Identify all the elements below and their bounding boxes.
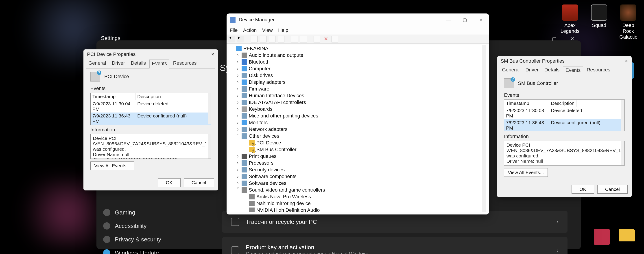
dm-node-sound-video-and-game-controllers[interactable]: ˅Sound, video and game controllers [229,187,486,193]
forward-icon[interactable]: ► [237,36,244,43]
dm-node-keyboards[interactable]: ›Keyboards [229,106,486,113]
dm-node-audio-inputs-and-outputs[interactable]: ›Audio inputs and outputs [229,52,486,59]
toolbar-btn-7[interactable] [314,36,320,43]
sm-event-row[interactable]: 7/9/2023 11:36:43 PMDevice configured (n… [504,119,624,131]
sm-events-scrollbar[interactable] [621,100,624,131]
dm-root[interactable]: ˅PEKARINA [229,45,486,52]
settings-maximize-button[interactable]: ▢ [552,36,557,42]
pci-col-timestamp[interactable]: Timestamp [90,93,136,100]
dm-close-button[interactable]: ✕ [473,14,489,26]
twisty-icon[interactable]: › [236,93,240,99]
pci-info-box[interactable]: Device PCI\VEN_8086&DEV_7A24&SUBSYS_8882… [90,134,211,159]
dm-node-computer[interactable]: ›Computer [229,65,486,72]
dm-menu-file[interactable]: File [230,27,238,33]
twisty-icon[interactable]: ˅ [230,46,234,52]
pci-tab-events[interactable]: Events [150,60,169,69]
pci-tab-driver[interactable]: Driver [110,59,127,68]
twisty-icon[interactable]: › [236,174,240,179]
twisty-icon[interactable]: › [236,59,240,65]
dm-node-nahimic-mirroring-device[interactable]: Nahimic mirroring device [229,200,486,207]
dm-scrollbar[interactable] [482,45,486,212]
dm-minimize-button[interactable]: — [440,14,457,26]
dm-node-ide-ata-atapi-controllers[interactable]: ›IDE ATA/ATAPI controllers [229,99,486,106]
settings-side-privacy-security[interactable]: Privacy & security [103,236,161,243]
sm-col-description[interactable]: Description [549,100,576,107]
sm-col-timestamp[interactable]: Timestamp [504,100,549,107]
dm-node-nvidia-high-definition-audio[interactable]: NVIDIA High Definition Audio [229,207,486,212]
toolbar-btn-4[interactable] [278,36,284,43]
pci-tab-details[interactable]: Details [128,59,148,68]
toolbar-btn-2[interactable] [260,36,266,43]
twisty-icon[interactable]: › [236,73,240,78]
dm-node-print-queues[interactable]: ›Print queues [229,153,486,160]
pci-ok-button[interactable]: OK [158,178,180,187]
dm-menu-action[interactable]: Action [243,27,256,33]
settings-close-button[interactable]: ✕ [570,36,574,42]
pci-cancel-button[interactable]: Cancel [184,178,214,187]
sm-events-list[interactable]: TimestampDescription7/9/2023 11:30:08 PM… [504,100,625,131]
twisty-icon[interactable]: › [236,66,240,72]
dm-node-human-interface-devices[interactable]: ›Human Interface Devices [229,92,486,99]
settings-minimize-button[interactable]: — [534,36,538,42]
dm-node-other-devices[interactable]: ˅Other devices [229,133,486,139]
dm-node-processors[interactable]: ›Processors [229,160,486,166]
twisty-icon[interactable]: › [236,153,240,159]
dm-node-security-devices[interactable]: ›Security devices [229,166,486,173]
pci-tab-resources[interactable]: Resources [171,59,199,68]
dm-node-bluetooth[interactable]: ›Bluetooth [229,59,486,65]
dm-node-arctis-nova-pro-wireless[interactable]: Arctis Nova Pro Wireless [229,193,486,200]
dm-maximize-button[interactable]: ▢ [457,14,473,26]
desktop-icon-squad[interactable]: Squad [588,5,610,40]
dm-node-firmware[interactable]: ›Firmware [229,86,486,92]
twisty-icon[interactable]: › [236,126,240,132]
twisty-icon[interactable]: › [236,86,240,92]
twisty-icon[interactable]: › [236,106,240,112]
pci-events-scrollbar[interactable] [208,93,211,124]
pci-view-all-button[interactable]: View All Events... [90,161,134,170]
sm-tab-driver[interactable]: Driver [523,66,541,75]
pci-info-scrollbar[interactable] [208,134,211,159]
dm-menu-view[interactable]: View [262,27,273,33]
twisty-icon[interactable]: › [236,113,240,119]
dm-node-disk-drives[interactable]: ›Disk drives [229,72,486,79]
settings-card[interactable]: Product key and activationChange product… [222,237,568,254]
dm-node-network-adapters[interactable]: ›Network adapters [229,126,486,133]
dm-node-display-adapters[interactable]: ›Display adapters [229,79,486,86]
dm-node-software-components[interactable]: ›Software components [229,173,486,180]
toolbar-btn-3[interactable] [269,36,276,43]
back-icon[interactable]: ◄ [228,36,235,43]
dm-menu-help[interactable]: Help [278,27,288,33]
twisty-icon[interactable]: › [236,160,240,166]
settings-side-windows-update[interactable]: Windows Update [103,249,161,254]
sm-info-scrollbar[interactable] [621,141,624,165]
toolbar-delete-icon[interactable]: ✕ [322,36,329,43]
sm-ok-button[interactable]: OK [572,185,594,194]
twisty-icon[interactable]: › [236,120,240,126]
twisty-icon[interactable]: › [236,180,240,186]
toolbar-btn-5[interactable] [291,36,298,43]
sm-close-button[interactable]: ✕ [621,56,632,66]
sm-tab-general[interactable]: General [500,66,522,75]
pci-close-button[interactable]: ✕ [207,49,218,59]
toolbar-btn-6[interactable] [300,36,307,43]
sm-tab-details[interactable]: Details [542,66,562,75]
pci-tab-general[interactable]: General [86,59,108,68]
sm-tab-events[interactable]: Events [563,66,583,75]
dm-node-monitors[interactable]: ›Monitors [229,119,486,126]
toolbar-btn-1[interactable] [251,36,258,43]
toolbar-btn-8[interactable] [332,36,338,43]
twisty-icon[interactable]: › [236,167,240,173]
desktop-icon-drg[interactable]: Deep Rock Galactic [617,5,640,40]
sm-tab-resources[interactable]: Resources [584,66,612,75]
settings-side-gaming[interactable]: Gaming [103,209,161,216]
twisty-icon[interactable]: ˅ [236,133,240,139]
dm-node-mice-and-other-pointing-devices[interactable]: ›Mice and other pointing devices [229,113,486,119]
sm-view-all-button[interactable]: View All Events... [504,168,548,177]
sm-cancel-button[interactable]: Cancel [597,185,628,194]
dm-node-pci-device[interactable]: PCI Device [229,139,486,146]
pci-events-list[interactable]: TimestampDescription7/9/2023 11:30:04 PM… [90,93,211,125]
pci-event-row[interactable]: 7/9/2023 11:36:43 PMDevice configured (n… [90,113,211,125]
settings-side-accessibility[interactable]: Accessibility [103,222,161,229]
twisty-icon[interactable]: › [236,52,240,58]
game-shortcut-icon[interactable] [594,229,610,245]
